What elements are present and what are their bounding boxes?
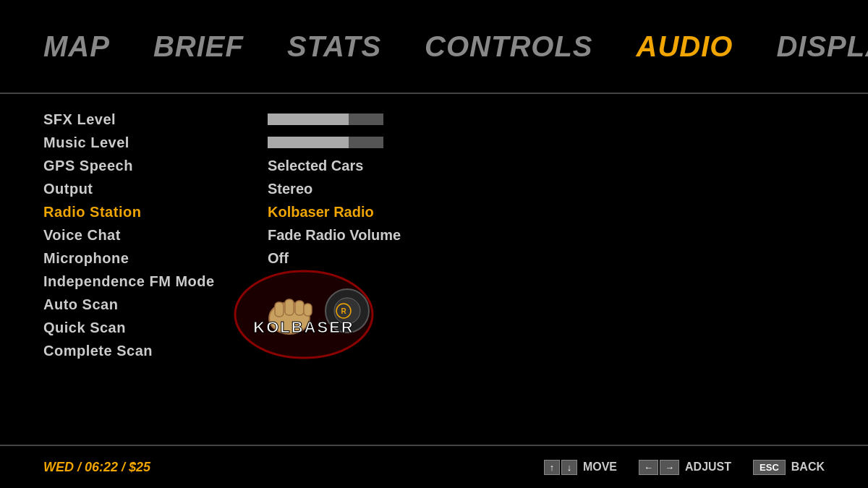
radio-logo-area: KOLBASER R — [224, 257, 383, 365]
setting-label-radio-station[interactable]: Radio Station — [43, 204, 141, 221]
setting-label-voice-chat[interactable]: Voice Chat — [43, 227, 121, 244]
slider-bar[interactable] — [268, 137, 383, 148]
down-key: ↓ — [561, 460, 577, 475]
setting-value-2: Selected Cars — [268, 155, 550, 176]
svg-rect-6 — [295, 301, 304, 315]
setting-label-sfx-level[interactable]: SFX Level — [43, 111, 116, 128]
move-control: ↑ ↓ MOVE — [544, 460, 617, 475]
setting-row-0: SFX Level — [43, 108, 260, 130]
setting-label-gps-speech[interactable]: GPS Speech — [43, 158, 133, 174]
setting-row-5: Voice Chat — [43, 224, 260, 246]
move-label: MOVE — [583, 461, 617, 474]
setting-label-music-level[interactable]: Music Level — [43, 134, 129, 151]
status-bar: WED / 06:22 / $25 ↑ ↓ MOVE ← → ADJUST ES… — [0, 445, 868, 488]
left-key: ← — [639, 460, 658, 475]
setting-row-1: Music Level — [43, 132, 260, 153]
nav-item-stats[interactable]: Stats — [287, 30, 381, 63]
nav-item-brief[interactable]: Brief — [153, 30, 244, 63]
setting-row-2: GPS Speech — [43, 155, 260, 176]
setting-value-4: Kolbaser Radio — [268, 201, 550, 223]
setting-value-5: Fade Radio Volume — [268, 224, 550, 246]
setting-value-3: Stereo — [268, 178, 550, 200]
nav-item-map[interactable]: Map — [43, 30, 110, 63]
nav-item-controls[interactable]: Controls — [425, 30, 592, 63]
setting-row-3: Output — [43, 178, 260, 200]
svg-rect-7 — [304, 304, 312, 316]
arrow-keys: ↑ ↓ — [544, 460, 577, 475]
lr-keys: ← → — [639, 460, 679, 475]
status-controls: ↑ ↓ MOVE ← → ADJUST ESC BACK — [544, 460, 825, 475]
setting-label-independence-fm-mode[interactable]: Independence FM Mode — [43, 273, 215, 290]
slider-fill — [268, 114, 349, 125]
svg-rect-4 — [275, 302, 284, 317]
up-key: ↑ — [544, 460, 560, 475]
setting-label-quick-scan[interactable]: Quick Scan — [43, 320, 126, 336]
back-label: BACK — [791, 461, 825, 474]
right-key: → — [660, 460, 679, 475]
svg-text:KOLBASER: KOLBASER — [253, 318, 354, 336]
status-time-money: WED / 06:22 / $25 — [43, 460, 150, 475]
adjust-label: ADJUST — [685, 461, 731, 474]
nav-bar: MapBriefStatsControlsAudioDisplayGraphic… — [0, 0, 868, 94]
setting-label-complete-scan[interactable]: Complete Scan — [43, 343, 153, 359]
setting-row-4: Radio Station — [43, 201, 260, 223]
svg-text:R: R — [341, 307, 346, 315]
back-control: ESC BACK — [753, 460, 825, 475]
slider-bar[interactable] — [268, 114, 383, 125]
nav-item-audio[interactable]: Audio — [637, 30, 733, 63]
setting-value-0 — [268, 108, 550, 130]
esc-key: ESC — [753, 460, 786, 475]
adjust-control: ← → ADJUST — [639, 460, 731, 475]
content: SFX LevelMusic LevelGPS SpeechOutputRadi… — [0, 94, 868, 445]
slider-fill — [268, 137, 349, 148]
setting-label-auto-scan[interactable]: Auto Scan — [43, 296, 118, 313]
setting-value-1 — [268, 132, 550, 153]
nav-item-display[interactable]: Display — [776, 30, 868, 63]
setting-label-microphone[interactable]: Microphone — [43, 250, 129, 267]
svg-rect-5 — [285, 299, 294, 315]
setting-label-output[interactable]: Output — [43, 181, 93, 197]
